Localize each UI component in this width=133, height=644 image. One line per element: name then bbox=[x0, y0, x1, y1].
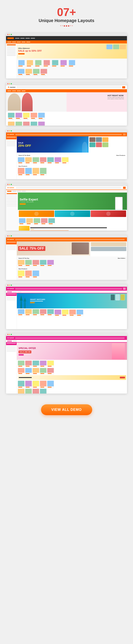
person-img bbox=[82, 142, 88, 152]
content-area-5: SALE 75% OFF Deals Of The Day Best Selle… bbox=[6, 242, 127, 280]
hero-area-2: HOT RIGHT NOW Summer whites and bright t… bbox=[6, 92, 127, 112]
product-img bbox=[54, 310, 61, 314]
product-img bbox=[32, 309, 39, 314]
product-img bbox=[40, 168, 46, 174]
product-card bbox=[26, 218, 33, 225]
deal-card bbox=[40, 157, 47, 164]
cat-item bbox=[17, 90, 21, 91]
cart-4 bbox=[123, 187, 126, 189]
product-img bbox=[32, 157, 39, 162]
chrome-maximize bbox=[11, 83, 12, 84]
view-all-button[interactable]: VIEW ALL DEMO bbox=[41, 404, 92, 415]
new-card bbox=[25, 270, 32, 278]
product-card bbox=[38, 122, 45, 126]
category-tabs-4 bbox=[6, 190, 127, 192]
products-label: Best Products bbox=[116, 154, 126, 156]
product-card bbox=[18, 360, 24, 367]
cart-icon bbox=[122, 86, 125, 88]
selfie-text: Selfie Expert 7 Camera. Take a photo. bbox=[20, 198, 38, 205]
deal-card bbox=[32, 260, 39, 266]
logo-1 bbox=[7, 38, 14, 39]
dot-3 bbox=[64, 25, 65, 26]
trust-banner bbox=[18, 375, 126, 380]
product-card bbox=[47, 368, 54, 374]
nav-bar-1 bbox=[6, 36, 127, 40]
browser-chrome-1 bbox=[6, 33, 127, 36]
nav-link bbox=[31, 38, 35, 39]
nav-link bbox=[15, 38, 20, 39]
feature-icon bbox=[70, 212, 74, 216]
main-content-1: Office Makeover SALE up to 50% OFF bbox=[17, 44, 127, 78]
palm-tree-2 bbox=[22, 298, 28, 308]
layout-preview-3: ⊕ market bbox=[6, 130, 127, 179]
product-row-4 bbox=[18, 218, 127, 225]
product-card bbox=[40, 380, 47, 388]
tropical-banner: SMART WATCHES bbox=[17, 293, 127, 308]
side-product-1 bbox=[91, 242, 126, 246]
sidebar-item bbox=[7, 203, 17, 203]
sale-75-badge: SALE 75% OFF bbox=[18, 246, 45, 251]
trust-btn bbox=[120, 377, 125, 378]
deals-section-3: Deals Of The Week Best Products bbox=[17, 154, 127, 164]
product-img bbox=[62, 157, 68, 162]
hero-cta-btn bbox=[18, 53, 24, 54]
product-card bbox=[54, 310, 61, 316]
chrome-minimize bbox=[9, 130, 10, 132]
product-card bbox=[43, 60, 50, 67]
product-card bbox=[25, 309, 32, 316]
chrome-minimize bbox=[9, 284, 10, 286]
smart-watches-label: SMART WATCHES bbox=[30, 298, 45, 300]
product-img bbox=[32, 389, 39, 394]
product-card bbox=[47, 360, 54, 367]
cat-tab bbox=[7, 191, 12, 192]
new-card bbox=[32, 270, 39, 278]
cat-tab bbox=[22, 191, 26, 192]
chrome-close bbox=[7, 130, 8, 132]
product-img bbox=[16, 122, 22, 126]
deals-products bbox=[18, 157, 126, 164]
product-card bbox=[25, 368, 32, 374]
chrome-close bbox=[7, 83, 8, 84]
dot-4 bbox=[66, 25, 67, 26]
products-7 bbox=[17, 360, 127, 394]
product-card bbox=[32, 368, 39, 374]
product-row-7d bbox=[18, 388, 126, 394]
new-products-5: New Products bbox=[17, 267, 127, 278]
product-thumb bbox=[102, 142, 108, 147]
sidebar-3 bbox=[6, 136, 17, 179]
dot-5 bbox=[68, 25, 69, 26]
product-card bbox=[32, 309, 39, 316]
hero-5: SALE 75% OFF bbox=[17, 242, 127, 256]
product-img bbox=[38, 113, 45, 118]
product-img bbox=[32, 260, 39, 265]
product-card bbox=[25, 360, 32, 367]
hero-area-3: SALE 25% OFF bbox=[17, 136, 127, 154]
content-area-1: Office Makeover SALE up to 50% OFF bbox=[6, 44, 127, 78]
product-card bbox=[33, 69, 40, 76]
search-bar bbox=[16, 86, 121, 88]
deal-card bbox=[40, 260, 47, 266]
secondary-nav-6 bbox=[6, 291, 127, 293]
sidebar-item bbox=[7, 49, 16, 50]
product-img bbox=[18, 270, 24, 276]
product-grid-6 bbox=[17, 308, 127, 317]
side-products-3 bbox=[88, 136, 127, 154]
product-card bbox=[8, 122, 15, 126]
phone-img bbox=[115, 197, 123, 210]
product-price bbox=[69, 66, 73, 66]
product-card bbox=[18, 388, 24, 394]
product-img bbox=[31, 122, 37, 126]
chrome-minimize bbox=[9, 184, 10, 185]
product-card bbox=[32, 360, 39, 367]
secondary-nav-7 bbox=[6, 340, 127, 342]
dot-1 bbox=[60, 25, 61, 26]
product-card bbox=[32, 388, 39, 394]
chrome-maximize bbox=[11, 284, 12, 286]
deal-card bbox=[62, 157, 69, 164]
sidebar-item bbox=[7, 198, 17, 199]
product-card bbox=[23, 122, 30, 126]
product-img bbox=[47, 368, 54, 373]
product-row-7c bbox=[18, 380, 126, 388]
watch-img-2 bbox=[116, 294, 120, 300]
nav-item bbox=[18, 292, 22, 292]
